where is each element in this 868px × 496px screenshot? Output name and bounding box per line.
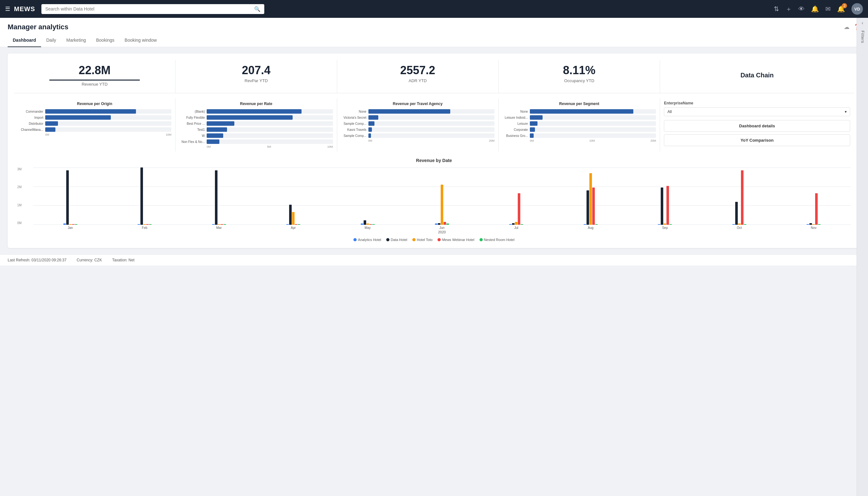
- bar-none-agency: None: [341, 109, 495, 114]
- month-may: [330, 168, 405, 225]
- legend: Analytics Hotel Data Hotel Hotel Toto Me…: [14, 238, 854, 242]
- bar-w: W: [179, 134, 333, 138]
- kpi-revenue-value: 22.8M: [19, 64, 170, 77]
- revenue-date-title: Revenue by Date: [14, 158, 854, 163]
- kpi-occupancy-value: 8.11%: [504, 64, 655, 77]
- bars-area: [33, 168, 851, 225]
- currency: Currency: CZK: [77, 258, 102, 262]
- dashboard-card: 22.8M Revenue YTD 207.4 RevPar YTD 2557.…: [7, 53, 861, 248]
- bar-import: Import: [18, 115, 171, 120]
- kpi-chain: Data Chain: [660, 60, 854, 93]
- legend-dot-nested: [480, 238, 483, 241]
- bar-distributor: Distributor: [18, 121, 171, 126]
- bar-none-seg: None: [502, 109, 656, 114]
- chart-origin: Revenue per Origin Commander Import Dist…: [14, 98, 175, 152]
- kpi-revpar-value: 207.4: [181, 64, 331, 77]
- legend-webinar: Mews Webinar Hotel: [437, 238, 474, 242]
- month-jun: [405, 168, 479, 225]
- taxation: Taxation: Net: [112, 258, 134, 262]
- enterprise-select[interactable]: All ▾: [664, 107, 850, 116]
- avatar[interactable]: VD: [851, 3, 863, 15]
- revenue-date-section: Revenue by Date 3M 2M 1M 0M: [14, 158, 854, 242]
- header: ☰ MEWS 🔍 ⇅ ＋ 👁 🔔 ✉ 🔔 2 VD: [0, 0, 868, 18]
- bar-test1: Test1: [179, 127, 333, 132]
- tab-daily[interactable]: Daily: [41, 35, 61, 47]
- legend-dot-analytics: [354, 238, 357, 241]
- chart-segment-bars: None Leisure Individ... Leisure Corporat…: [502, 109, 656, 138]
- month-sep: [628, 168, 702, 225]
- search-bar[interactable]: 🔍: [42, 4, 264, 14]
- legend-data: Data Hotel: [386, 238, 407, 242]
- month-nov: [777, 168, 851, 225]
- chain-title: Data Chain: [665, 64, 849, 87]
- chart-agency: Revenue per Travel Agency None Victoria'…: [337, 98, 499, 152]
- mini-charts-row: Revenue per Origin Commander Import Dist…: [14, 98, 854, 152]
- tabs: Dashboard Daily Marketing Bookings Booki…: [7, 35, 861, 47]
- bar-non-flex: Non Flex & No...: [179, 139, 333, 144]
- month-aug: [554, 168, 627, 225]
- bar-fully-flexible: Fully Flexible: [179, 115, 333, 120]
- cloud-icon[interactable]: ☁: [844, 24, 850, 31]
- notifications-icon[interactable]: 🔔 2: [837, 5, 845, 13]
- month-oct: [702, 168, 776, 225]
- tab-bookings[interactable]: Bookings: [91, 35, 120, 47]
- legend-dot-webinar: [437, 238, 441, 241]
- header-actions: ⇅ ＋ 👁 🔔 ✉ 🔔 2 VD: [774, 3, 863, 15]
- search-icon: 🔍: [254, 6, 261, 12]
- enterprise-panel: EnterpriseName All ▾ Dashboard details Y…: [660, 98, 854, 152]
- legend-toto: Hotel Toto: [412, 238, 432, 242]
- chart-segment-title: Revenue per Segment: [502, 102, 656, 106]
- chart-agency-title: Revenue per Travel Agency: [341, 102, 495, 106]
- bar-sample2: Sample Comp...: [341, 134, 495, 138]
- filters-label: Filters: [861, 31, 865, 43]
- chart-segment: Revenue per Segment None Leisure Individ…: [499, 98, 660, 152]
- bar-leisure-individ: Leisure Individ...: [502, 115, 656, 120]
- kpi-revenue-underline: [49, 80, 140, 80]
- preview-icon[interactable]: 👁: [798, 5, 805, 13]
- chart-rate-title: Revenue per Rate: [179, 102, 333, 106]
- tab-booking-window[interactable]: Booking window: [120, 35, 162, 47]
- enterprise-label: EnterpriseName: [664, 101, 850, 105]
- month-jul: [479, 168, 554, 225]
- tab-dashboard[interactable]: Dashboard: [7, 35, 41, 47]
- legend-analytics: Analytics Hotel: [354, 238, 381, 242]
- kpi-revenue-label: Revenue YTD: [19, 82, 170, 87]
- search-input[interactable]: [45, 6, 251, 12]
- menu-icon[interactable]: ☰: [5, 5, 10, 12]
- bar-channelmana: ChannelMana...: [18, 127, 171, 132]
- y-labels: 3M 2M 1M 0M: [17, 168, 24, 225]
- legend-dot-data: [386, 238, 389, 241]
- last-refresh: Last Refresh: 03/11/2020 09:26:37: [7, 258, 66, 262]
- bar-victorias: Victoria's Secret: [341, 115, 495, 120]
- chevron-left-icon[interactable]: ‹: [862, 20, 863, 26]
- mail-icon[interactable]: ✉: [825, 5, 831, 13]
- dashboard-details-button[interactable]: Dashboard details: [664, 120, 850, 132]
- tab-marketing[interactable]: Marketing: [61, 35, 91, 47]
- chart-rate-bars: (Blank) Fully Flexible Best Price ... Te…: [179, 109, 333, 144]
- month-apr: [256, 168, 330, 225]
- page-title: Manager analytics: [7, 23, 68, 31]
- kpi-adr-value: 2557.2: [342, 64, 493, 77]
- footer: Last Refresh: 03/11/2020 09:26:37 Curren…: [0, 254, 868, 265]
- bar-best-price: Best Price ...: [179, 121, 333, 126]
- add-icon[interactable]: ＋: [786, 5, 792, 13]
- kpi-adr-label: ADR YTD: [342, 78, 493, 83]
- year-label: 2020: [33, 230, 851, 234]
- kpi-revpar: 207.4 RevPar YTD: [175, 60, 337, 93]
- x-labels: Jan Feb Mar Apr May Jun Jul Aug Sep Oct …: [33, 226, 851, 230]
- page-header: Manager analytics ☁ ❓ Dashboard Daily Ma…: [0, 18, 868, 47]
- kpi-occupancy-label: Occupancy YTD: [504, 78, 655, 83]
- filters-panel[interactable]: ‹ Filters: [856, 18, 868, 265]
- chart-agency-bars: None Victoria's Secret Sample Comp... Ka…: [341, 109, 495, 138]
- chart-rate: Revenue per Rate (Blank) Fully Flexible …: [175, 98, 337, 152]
- kpi-row: 22.8M Revenue YTD 207.4 RevPar YTD 2557.…: [14, 60, 854, 93]
- yoy-comparison-button[interactable]: YoY Comparison: [664, 134, 850, 146]
- month-mar: [182, 168, 256, 225]
- kpi-occupancy: 8.11% Occupancy YTD: [499, 60, 660, 93]
- sort-icon[interactable]: ⇅: [774, 5, 779, 13]
- bar-kasni: Kasni Travels: [341, 127, 495, 132]
- bar-chart-container: 3M 2M 1M 0M: [14, 168, 854, 234]
- badge: 2: [842, 3, 847, 8]
- kpi-revpar-label: RevPar YTD: [181, 78, 331, 83]
- bell-icon[interactable]: 🔔: [811, 5, 819, 13]
